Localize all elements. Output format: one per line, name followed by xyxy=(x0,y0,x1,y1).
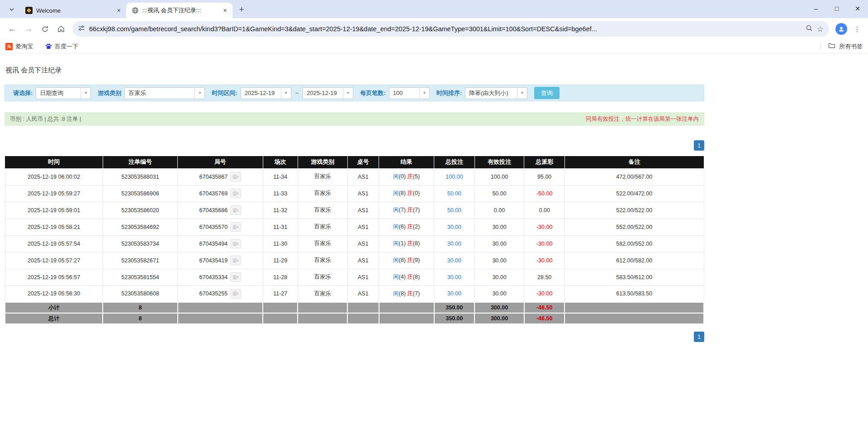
cell-total-bet[interactable]: 100.00 xyxy=(434,168,475,185)
cell-game: 百家乐 xyxy=(298,168,347,185)
tab-search-chevron-icon[interactable] xyxy=(5,3,18,16)
header-round-id: 局号 xyxy=(178,156,263,168)
cell-valid-bet: 30.00 xyxy=(474,219,524,235)
header-session: 场次 xyxy=(263,156,298,168)
cell-session: 11-29 xyxy=(263,252,298,269)
cell-table-no: AS1 xyxy=(347,202,379,219)
url-text[interactable]: 66cxkj98.com/game/betrecord_search/kind3… xyxy=(89,25,802,33)
round-id: 670435867 xyxy=(199,174,228,180)
cell-time: 2025-12-19 05:56:30 xyxy=(5,285,103,302)
banker-score: (9) xyxy=(413,257,420,263)
subtotal-valid-bet: 300.00 xyxy=(474,302,524,313)
date-start-value: 2025-12-19 xyxy=(241,88,281,99)
total-payout: -46.50 xyxy=(524,313,565,324)
cell-game: 百家乐 xyxy=(298,252,347,269)
cell-result: 闲(8) 庄(9) xyxy=(379,252,434,269)
back-icon[interactable]: ← xyxy=(5,21,20,37)
forward-icon[interactable]: → xyxy=(21,21,36,37)
video-replay-icon[interactable] xyxy=(230,272,241,282)
summary-info-bar: 币别 : 人民币 | 总共 :8 注单 | 同局有效投注，统一计算在该局第一张注… xyxy=(5,112,704,126)
cell-session: 11-27 xyxy=(263,285,298,302)
cell-table-no: AS1 xyxy=(347,235,379,252)
cell-total-bet[interactable]: 30.00 xyxy=(434,269,475,285)
cell-remark: 552.00/522.00 xyxy=(564,219,704,235)
table-header-row: 时间 注单编号 局号 场次 游戏类别 桌号 结果 总投注 有效投注 总派彩 备注 xyxy=(5,156,704,168)
cell-valid-bet: 30.00 xyxy=(474,269,524,285)
bookmark-aitaobao[interactable]: 淘 爱淘宝 xyxy=(5,43,33,51)
video-replay-icon[interactable] xyxy=(230,189,241,198)
banker-score: (7) xyxy=(413,290,420,297)
cell-session: 11-33 xyxy=(263,185,298,202)
currency-total-text: 币别 : 人民币 | 总共 :8 注单 | xyxy=(10,115,81,123)
date-start-select[interactable]: 2025-12-19 ▼ xyxy=(241,87,291,99)
player-score: (7) xyxy=(399,207,406,213)
total-label: 总计 xyxy=(5,313,103,324)
reload-icon[interactable] xyxy=(37,21,52,37)
browser-tab-betrecord[interactable]: :::视讯 会员下注纪录::: × xyxy=(126,3,232,18)
video-replay-icon[interactable] xyxy=(230,256,241,265)
cell-total-bet[interactable]: 30.00 xyxy=(434,219,475,235)
window-close-icon[interactable]: ✕ xyxy=(847,0,868,17)
baidu-paw-icon xyxy=(45,43,52,50)
tab-close-icon[interactable]: × xyxy=(115,7,123,14)
zoom-icon[interactable] xyxy=(806,24,813,33)
cell-bet-id: 523053580608 xyxy=(103,285,177,302)
cell-session: 11-32 xyxy=(263,202,298,219)
url-bar[interactable]: 66cxkj98.com/game/betrecord_search/kind3… xyxy=(72,21,829,37)
new-tab-button[interactable]: + xyxy=(235,3,248,16)
tab-close-icon[interactable]: × xyxy=(221,7,229,14)
game-type-select[interactable]: 百家乐 ▼ xyxy=(124,87,205,99)
cell-table-no: AS1 xyxy=(347,285,379,302)
cell-valid-bet: 30.00 xyxy=(474,285,524,302)
video-replay-icon[interactable] xyxy=(230,222,241,232)
all-bookmarks-button[interactable]: 所有书签 xyxy=(821,43,863,51)
profile-avatar[interactable] xyxy=(835,23,847,35)
filter-bar: 请选择: 日期查询 ▼ 游戏类别 百家乐 ▼ 时间区间: 2025-12-19 … xyxy=(5,85,704,101)
cell-total-bet[interactable]: 50.00 xyxy=(434,185,475,202)
player-score: (6) xyxy=(399,223,406,230)
window-maximize-icon[interactable]: □ xyxy=(826,0,847,17)
time-sort-select[interactable]: 降幂(由大到小) ▼ xyxy=(465,87,527,99)
round-id: 670435570 xyxy=(199,224,228,230)
cell-bet-id: 523053582671 xyxy=(103,252,177,269)
video-replay-icon[interactable] xyxy=(230,172,241,181)
window-minimize-icon[interactable]: – xyxy=(806,0,826,17)
cell-total-bet[interactable]: 30.00 xyxy=(434,285,475,302)
page-1-button[interactable]: 1 xyxy=(694,140,704,151)
per-page-select[interactable]: 100 ▼ xyxy=(389,87,430,99)
bookmark-baidu[interactable]: 百度一下 xyxy=(45,43,78,51)
time-sort-label: 时间排序: xyxy=(436,89,462,97)
search-button[interactable]: 查询 xyxy=(534,87,560,99)
round-id: 670435769 xyxy=(199,190,228,197)
cell-bet-id: 523053586020 xyxy=(103,202,177,219)
date-end-select[interactable]: 2025-12-19 ▼ xyxy=(303,87,353,99)
site-info-icon[interactable] xyxy=(78,24,85,33)
page-title: 视讯 会员下注纪录 xyxy=(5,66,704,75)
cell-payout: -30.00 xyxy=(524,219,565,235)
cell-table-no: AS1 xyxy=(347,219,379,235)
cell-result: 闲(0) 庄(5) xyxy=(379,168,434,185)
cell-bet-id: 523053583734 xyxy=(103,235,177,252)
browser-menu-icon[interactable]: ⋮ xyxy=(851,25,863,33)
cell-table-no: AS1 xyxy=(347,185,379,202)
cell-session: 11-28 xyxy=(263,269,298,285)
video-replay-icon[interactable] xyxy=(230,205,241,215)
browser-tab-welcome[interactable]: Welcome × xyxy=(20,3,126,18)
cell-remark: 583.50/612.00 xyxy=(564,269,704,285)
bookmark-label: 百度一下 xyxy=(55,43,78,51)
header-remark: 备注 xyxy=(564,156,704,168)
page-1-button[interactable]: 1 xyxy=(694,332,704,342)
query-type-select[interactable]: 日期查询 ▼ xyxy=(36,87,91,99)
cell-game: 百家乐 xyxy=(298,219,347,235)
cell-total-bet[interactable]: 30.00 xyxy=(434,235,475,252)
bookmark-star-icon[interactable]: ☆ xyxy=(817,24,824,34)
video-replay-icon[interactable] xyxy=(230,289,241,299)
cell-total-bet[interactable]: 30.00 xyxy=(434,252,475,269)
cell-total-bet[interactable]: 50.00 xyxy=(434,202,475,219)
home-icon[interactable] xyxy=(53,21,69,37)
cell-payout: -30.00 xyxy=(524,252,565,269)
video-replay-icon[interactable] xyxy=(230,239,241,248)
summary-empty-cell xyxy=(347,313,379,324)
cell-table-no: AS1 xyxy=(347,252,379,269)
table-row: 2025-12-19 05:57:27 523053582671 6704354… xyxy=(5,252,704,269)
